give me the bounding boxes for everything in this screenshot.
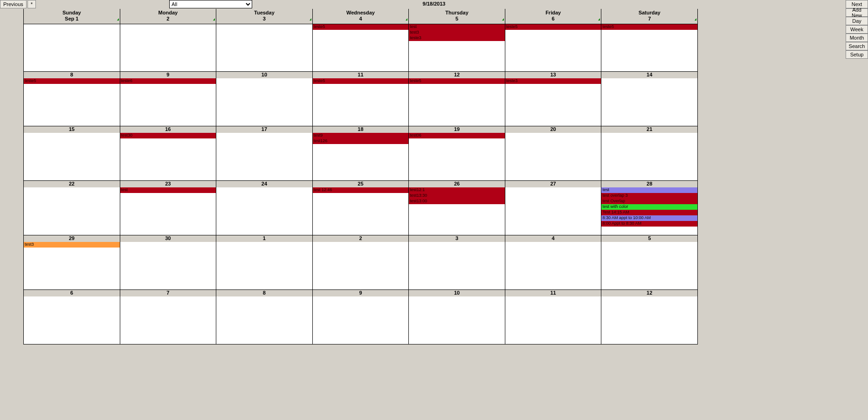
day-cell[interactable] [216,187,313,235]
date-number[interactable]: 25 [313,181,409,187]
calendar-event[interactable]: teste3 [409,35,505,41]
weekday-header[interactable]: Saturday7 [601,9,698,24]
date-number[interactable]: 1 [216,235,313,242]
weekday-header[interactable]: SundaySep 1 [24,9,120,24]
month-view-button[interactable]: Month [846,34,868,42]
date-number[interactable]: 11 [313,72,409,78]
day-cell[interactable] [24,296,120,344]
calendar-event[interactable]: test06 [409,133,505,138]
date-number[interactable]: 24 [216,181,313,187]
day-cell[interactable] [313,242,409,290]
calendar-event[interactable]: test [120,187,216,193]
day-cell[interactable]: test06 [409,133,505,181]
date-number[interactable]: 20 [505,126,602,133]
date-number[interactable]: 26 [409,181,505,187]
calendar-event[interactable]: test3 [409,30,505,35]
day-cell[interactable] [120,24,217,72]
day-view-button[interactable]: Day [846,17,868,25]
day-cell[interactable] [24,24,120,72]
date-number[interactable]: 22 [24,181,120,187]
calendar-event[interactable]: test overlap 3 [601,193,697,199]
filter-dropdown[interactable]: All [169,0,252,8]
date-number[interactable]: 4 [505,235,602,242]
day-cell[interactable] [601,133,698,181]
date-number[interactable]: 9 [120,72,217,78]
date-number[interactable]: 13 [505,72,602,78]
day-cell[interactable]: teste3 [505,78,602,126]
day-cell[interactable] [313,296,409,344]
calendar-event[interactable]: test [409,24,505,30]
day-cell[interactable]: test9test126 [313,133,409,181]
day-cell[interactable] [409,296,505,344]
date-number[interactable]: 21 [601,126,698,133]
date-number[interactable]: 23 [120,181,217,187]
week-view-button[interactable]: Week [846,25,868,34]
day-cell[interactable] [216,24,313,72]
date-number[interactable]: 8 [216,290,313,296]
calendar-event[interactable]: teste5 [409,78,505,84]
calendar-event[interactable]: test126 [313,138,409,144]
day-cell[interactable] [216,78,313,126]
date-number[interactable]: 29 [24,235,120,242]
day-cell[interactable] [24,187,120,235]
day-cell[interactable] [601,242,698,290]
day-cell[interactable] [601,296,698,344]
calendar-event[interactable]: teste5 [601,24,697,30]
day-cell[interactable] [120,242,217,290]
date-number[interactable]: 12 [601,290,698,296]
day-cell[interactable]: teste5 [313,24,409,72]
date-number[interactable]: 5 [601,235,698,242]
day-cell[interactable]: teste5 [505,24,602,72]
calendar-event[interactable]: test with color [601,204,697,210]
date-number[interactable]: 10 [216,72,313,78]
date-number[interactable]: 7 [120,290,217,296]
weekday-header[interactable]: Wednesday4 [313,9,409,24]
calendar-event[interactable]: test30 [120,133,216,138]
day-cell[interactable]: teste6 [120,78,217,126]
calendar-event[interactable]: Test 14:15 AM [601,210,697,215]
date-number[interactable]: 2 [313,235,409,242]
day-cell[interactable]: testtest3teste3 [409,24,505,72]
date-number[interactable]: 16 [120,126,217,133]
calendar-event[interactable]: 8:30 AM appt to 10:00 AM [601,215,697,221]
date-number[interactable]: 9 [313,290,409,296]
previous-button[interactable]: Previous [0,0,27,8]
day-cell[interactable] [601,78,698,126]
day-cell[interactable] [505,242,602,290]
day-cell[interactable] [216,296,313,344]
weekday-header[interactable]: Thursday5 [409,9,505,24]
day-cell[interactable] [505,187,602,235]
day-cell[interactable]: test12:1test13:30test13:00 [409,187,505,235]
calendar-event[interactable]: teste5 [505,24,601,30]
calendar-event[interactable]: test9 [313,133,409,138]
calendar-event[interactable]: test13:30 [409,193,505,199]
date-number[interactable]: 14 [601,72,698,78]
weekday-header[interactable]: Monday2 [120,9,217,24]
calendar-event[interactable]: teste5 [313,24,409,30]
setup-button[interactable]: Setup [846,50,868,59]
day-cell[interactable]: teste5 [313,78,409,126]
calendar-event[interactable]: test [601,187,697,193]
day-cell[interactable]: test30 [120,133,217,181]
day-cell[interactable] [216,133,313,181]
day-cell[interactable] [505,296,602,344]
calendar-event[interactable]: 8:00 Appt to 8:30 AM [601,221,697,227]
date-number[interactable]: 8 [24,72,120,78]
date-number[interactable]: 17 [216,126,313,133]
day-cell[interactable]: teste5 [24,78,120,126]
weekday-header[interactable]: Tuesday3 [216,9,313,24]
date-number[interactable]: 28 [601,181,698,187]
date-number[interactable]: 12 [409,72,505,78]
calendar-event[interactable]: teste3 [505,78,601,84]
search-button[interactable]: Search [846,42,868,50]
date-number[interactable]: 6 [24,290,120,296]
date-number[interactable]: 18 [313,126,409,133]
date-number[interactable]: 11 [505,290,602,296]
date-number[interactable]: 19 [409,126,505,133]
day-cell[interactable]: test3 [24,242,120,290]
day-cell[interactable]: teste5 [601,24,698,72]
day-cell[interactable] [505,133,602,181]
calendar-event[interactable]: test12:1 [409,187,505,193]
weekday-header[interactable]: Friday6 [505,9,602,24]
star-button[interactable]: * [28,0,36,8]
